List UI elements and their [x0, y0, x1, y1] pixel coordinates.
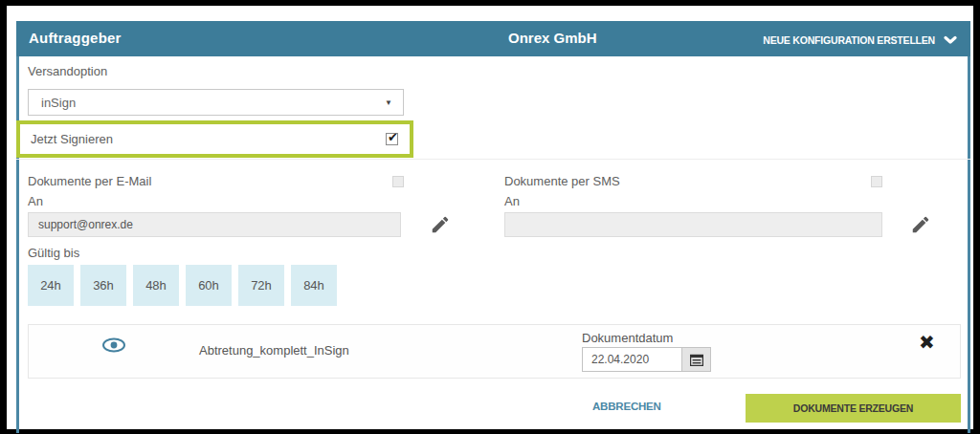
- document-row: Abtretung_komplett_InSign Dokumentdatum …: [28, 324, 961, 379]
- validity-option-72h[interactable]: 72h: [238, 265, 284, 306]
- email-recipient-input[interactable]: [28, 212, 401, 237]
- company-name: Onrex GmbH: [508, 30, 597, 46]
- page-title: Auftraggeber: [29, 30, 122, 46]
- validity-option-60h[interactable]: 60h: [186, 265, 232, 306]
- validity-option-24h[interactable]: 24h: [28, 265, 74, 306]
- gueltig-bis-label: Gültig bis: [28, 246, 79, 260]
- app-window: Auftraggeber Onrex GmbH NEUE KONFIGURATI…: [7, 6, 973, 429]
- section-divider: [16, 159, 970, 160]
- select-dropdown-arrow-icon: ▼: [385, 98, 403, 107]
- edit-sms-pencil-icon[interactable]: [910, 214, 931, 235]
- new-configuration-label: NEUE KONFIGURATION ERSTELLEN: [763, 34, 935, 46]
- jetzt-signieren-checkbox[interactable]: [386, 133, 398, 145]
- document-date-input[interactable]: [582, 347, 681, 372]
- document-name: Abtretung_komplett_InSign: [199, 343, 349, 358]
- dokumente-email-checkbox[interactable]: [392, 176, 404, 187]
- dokumentdatum-label: Dokumentdatum: [582, 331, 673, 345]
- dokumente-email-label: Dokumente per E-Mail: [28, 174, 151, 188]
- email-an-label: An: [28, 194, 43, 208]
- versandoption-select[interactable]: inSign ▼: [28, 89, 404, 116]
- remove-document-icon[interactable]: ✖: [919, 333, 935, 352]
- sms-an-label: An: [504, 194, 520, 208]
- dokumente-sms-label: Dokumente per SMS: [504, 174, 620, 188]
- validity-option-36h[interactable]: 36h: [80, 265, 126, 306]
- edit-email-pencil-icon[interactable]: [430, 214, 451, 235]
- validity-options: 24h36h48h60h72h84h: [28, 265, 337, 306]
- abbrechen-link[interactable]: ABBRECHEN: [592, 401, 661, 412]
- panel-left-border: [16, 56, 19, 433]
- sms-recipient-input[interactable]: [504, 212, 882, 237]
- jetzt-signieren-row: Jetzt Signieren: [16, 120, 413, 158]
- panel-header: Auftraggeber Onrex GmbH NEUE KONFIGURATI…: [16, 21, 970, 56]
- versandoption-label: Versandoption: [28, 64, 107, 78]
- preview-eye-icon[interactable]: [101, 336, 126, 356]
- validity-option-84h[interactable]: 84h: [291, 265, 337, 306]
- panel-right-border: [968, 56, 970, 433]
- calendar-picker-button[interactable]: [681, 347, 711, 372]
- versandoption-selected-value: inSign: [29, 96, 385, 110]
- new-configuration-button[interactable]: NEUE KONFIGURATION ERSTELLEN: [763, 32, 957, 49]
- chevron-down-icon: [944, 32, 957, 49]
- dokumente-sms-checkbox[interactable]: [871, 176, 882, 187]
- jetzt-signieren-label: Jetzt Signieren: [31, 132, 113, 146]
- dokumente-erzeugen-button[interactable]: DOKUMENTE ERZEUGEN: [746, 394, 961, 423]
- validity-option-48h[interactable]: 48h: [133, 265, 179, 306]
- document-date-group: [582, 347, 711, 372]
- calendar-icon: [690, 354, 703, 366]
